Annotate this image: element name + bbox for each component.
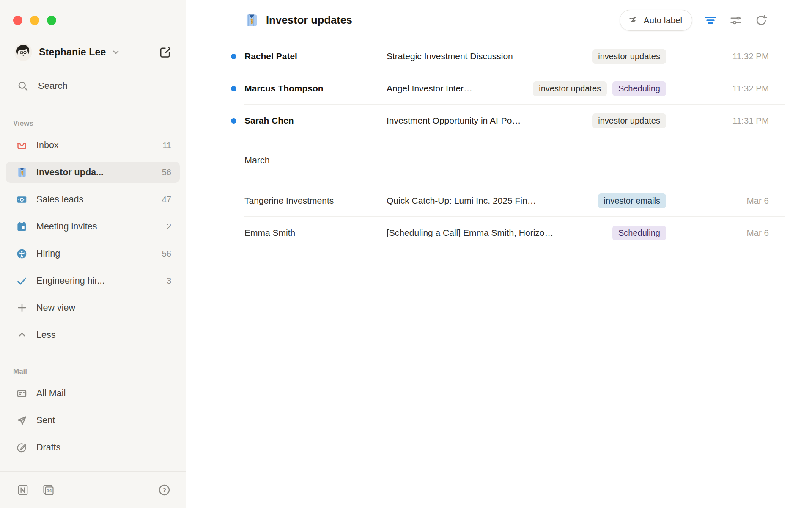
unread-count-badge: 56 <box>162 168 171 177</box>
auto-label-button[interactable]: Auto label <box>620 10 692 31</box>
sidebar-item-label: Drafts <box>36 442 60 453</box>
email-time: Mar 6 <box>666 228 769 238</box>
sidebar-item-label: Investor upda... <box>36 167 104 178</box>
plus-icon <box>16 302 27 314</box>
label-tag[interactable]: investor emails <box>598 193 666 208</box>
compose-icon[interactable] <box>159 46 172 59</box>
email-sender: Rachel Patel <box>244 51 387 61</box>
sidebar-item-sent[interactable]: Sent <box>6 410 180 431</box>
close-window-button[interactable] <box>13 16 22 25</box>
refresh-icon[interactable] <box>754 13 768 28</box>
less-label: Less <box>36 330 55 340</box>
date-group-label: March <box>244 155 270 166</box>
email-subject: Angel Investor Inter… <box>387 83 533 94</box>
help-icon[interactable]: ? <box>158 484 170 496</box>
email-subject: Investment Opportunity in AI-Po… <box>387 116 592 126</box>
email-row[interactable]: Marcus Thompson Angel Investor Inter… in… <box>186 72 812 105</box>
sidebar-item-label: Meeting invites <box>36 221 97 232</box>
sidebar-item-meeting-invites[interactable]: Meeting invites 2 <box>6 216 180 237</box>
email-time: 11:32 PM <box>666 51 769 61</box>
sidebar-item-drafts[interactable]: Drafts <box>6 437 180 458</box>
search-input[interactable]: Search <box>17 76 68 96</box>
calendar-icon <box>16 221 27 232</box>
unread-count-badge: 56 <box>162 249 171 259</box>
email-row[interactable]: Sarah Chen Investment Opportunity in AI-… <box>186 105 812 137</box>
sidebar-item-inbox[interactable]: Inbox 11 <box>6 135 180 156</box>
chevron-up-icon <box>16 329 27 341</box>
sidebar-item-label: Inbox <box>36 140 59 151</box>
email-sender: Emma Smith <box>244 228 387 238</box>
email-sender: Tangerine Investments <box>244 196 387 206</box>
search-icon <box>17 80 29 92</box>
label-tag[interactable]: Scheduling <box>612 81 666 96</box>
search-placeholder: Search <box>38 80 68 91</box>
necktie-icon <box>244 13 259 28</box>
account-name[interactable]: Stephanie Lee <box>39 47 106 58</box>
email-subject: Quick Catch-Up: Lumi Inc. 2025 Fin… <box>387 196 598 206</box>
sidebar-item-engineering-hiring[interactable]: Engineering hir... 3 <box>6 270 180 291</box>
label-tag[interactable]: investor updates <box>533 81 607 96</box>
views-section-label: Views <box>13 119 186 128</box>
sent-icon <box>16 415 27 426</box>
sidebar-item-label: Sales leads <box>36 194 83 205</box>
inbox-icon <box>16 140 27 151</box>
window-controls <box>13 16 56 25</box>
less-button[interactable]: Less <box>6 324 180 345</box>
avatar[interactable] <box>14 43 32 61</box>
notion-mail-window: Stephanie Lee Search Views <box>0 0 812 508</box>
sidebar-item-label: Engineering hir... <box>36 276 104 286</box>
unread-count-badge: 11 <box>162 141 171 150</box>
help-glyph: ? <box>162 486 166 493</box>
chevron-down-icon[interactable] <box>111 47 121 57</box>
new-view-label: New view <box>36 303 75 313</box>
sliders-icon[interactable] <box>729 13 743 28</box>
mail-list-pane: Investor updates Auto label <box>186 0 812 508</box>
unread-count-badge: 47 <box>162 195 171 204</box>
sidebar-item-investor-updates[interactable]: Investor upda... 56 <box>6 162 180 183</box>
email-subject: Strategic Investment Discussion <box>387 51 592 61</box>
email-sender: Marcus Thompson <box>244 83 387 94</box>
hiring-icon <box>16 248 27 260</box>
check-icon <box>16 275 27 287</box>
email-time: 11:32 PM <box>666 83 769 94</box>
email-row[interactable]: Emma Smith [Scheduling a Call] Emma Smit… <box>186 217 812 249</box>
unread-dot <box>231 54 236 59</box>
sidebar-nav: Views Inbox 11 <box>0 119 186 464</box>
sidebar-item-label: Sent <box>36 415 55 426</box>
label-tag[interactable]: investor updates <box>592 49 666 64</box>
unread-count-badge: 2 <box>167 222 171 232</box>
minimize-window-button[interactable] <box>30 16 39 25</box>
email-time: 11:31 PM <box>666 116 769 126</box>
notion-logo-icon[interactable] <box>16 483 29 497</box>
calendar-date-badge: 14 <box>47 489 52 493</box>
sidebar-item-all-mail[interactable]: All Mail <box>6 383 180 404</box>
filter-icon[interactable] <box>703 13 718 28</box>
date-group-header: March <box>186 137 812 178</box>
email-time: Mar 6 <box>666 196 769 206</box>
email-row[interactable]: Rachel Patel Strategic Investment Discus… <box>186 40 812 72</box>
unread-dot <box>231 118 236 124</box>
sidebar-footer: 14 ? <box>0 471 186 508</box>
sidebar: Stephanie Lee Search Views <box>0 0 186 508</box>
all-mail-icon <box>16 388 27 399</box>
sidebar-item-hiring[interactable]: Hiring 56 <box>6 243 180 264</box>
auto-label-icon <box>628 14 639 26</box>
label-tag[interactable]: Scheduling <box>612 226 666 240</box>
page-title: Investor updates <box>266 14 352 26</box>
view-header: Investor updates Auto label <box>186 0 812 40</box>
notion-calendar-icon[interactable]: 14 <box>42 483 55 497</box>
mail-section-label: Mail <box>13 367 186 376</box>
email-sender: Sarah Chen <box>244 116 387 126</box>
email-subject: [Scheduling a Call] Emma Smith, Horizo… <box>387 228 612 238</box>
money-icon <box>16 194 27 205</box>
label-tag[interactable]: investor updates <box>592 113 666 128</box>
email-row[interactable]: Tangerine Investments Quick Catch-Up: Lu… <box>186 185 812 217</box>
new-view-button[interactable]: New view <box>6 297 180 318</box>
zoom-window-button[interactable] <box>47 16 56 25</box>
unread-dot <box>231 86 236 91</box>
sidebar-item-sales-leads[interactable]: Sales leads 47 <box>6 189 180 210</box>
drafts-icon <box>16 442 27 453</box>
necktie-icon <box>16 167 27 178</box>
sidebar-item-label: Hiring <box>36 248 60 259</box>
email-list: Rachel Patel Strategic Investment Discus… <box>186 40 812 249</box>
